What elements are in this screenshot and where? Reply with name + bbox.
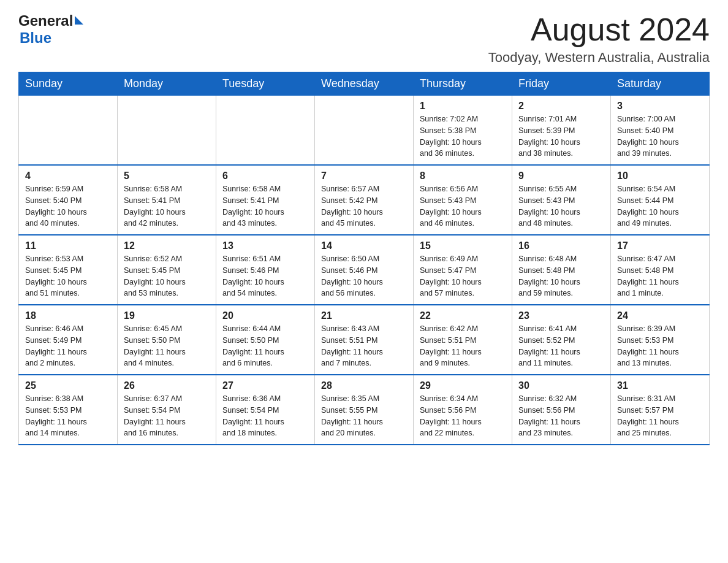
day-info: Sunrise: 6:58 AMSunset: 5:41 PMDaylight:… (124, 183, 210, 229)
weekday-header-friday: Friday (512, 72, 611, 96)
calendar-week-row: 18Sunrise: 6:46 AMSunset: 5:49 PMDayligh… (19, 305, 710, 375)
day-number: 23 (518, 310, 604, 321)
calendar-cell: 28Sunrise: 6:35 AMSunset: 5:55 PMDayligh… (315, 375, 414, 445)
calendar-cell: 14Sunrise: 6:50 AMSunset: 5:46 PMDayligh… (315, 235, 414, 305)
day-info: Sunrise: 6:56 AMSunset: 5:43 PMDaylight:… (420, 183, 506, 229)
weekday-header-monday: Monday (118, 72, 216, 96)
calendar-cell: 4Sunrise: 6:59 AMSunset: 5:40 PMDaylight… (19, 165, 118, 235)
day-number: 19 (124, 310, 210, 321)
day-info: Sunrise: 7:02 AMSunset: 5:38 PMDaylight:… (420, 113, 506, 159)
day-info: Sunrise: 6:54 AMSunset: 5:44 PMDaylight:… (617, 183, 703, 229)
day-info: Sunrise: 6:43 AMSunset: 5:51 PMDaylight:… (321, 323, 407, 369)
day-number: 31 (617, 380, 703, 391)
day-number: 25 (25, 380, 111, 391)
calendar-cell: 16Sunrise: 6:48 AMSunset: 5:48 PMDayligh… (512, 235, 611, 305)
month-title: August 2024 (488, 12, 710, 47)
calendar-cell (118, 96, 216, 166)
day-number: 13 (222, 240, 308, 251)
day-number: 8 (420, 170, 506, 182)
calendar-cell: 18Sunrise: 6:46 AMSunset: 5:49 PMDayligh… (19, 305, 118, 375)
weekday-header-tuesday: Tuesday (216, 72, 315, 96)
day-info: Sunrise: 6:59 AMSunset: 5:40 PMDaylight:… (25, 183, 111, 229)
day-number: 28 (321, 380, 407, 391)
calendar-week-row: 1Sunrise: 7:02 AMSunset: 5:38 PMDaylight… (19, 96, 710, 166)
calendar-header-row: SundayMondayTuesdayWednesdayThursdayFrid… (19, 72, 710, 96)
calendar-cell: 2Sunrise: 7:01 AMSunset: 5:39 PMDaylight… (512, 96, 611, 166)
logo-general-text: General (18, 12, 73, 29)
title-block: August 2024 Toodyay, Western Australia, … (488, 12, 710, 66)
calendar-cell: 6Sunrise: 6:58 AMSunset: 5:41 PMDaylight… (216, 165, 315, 235)
calendar-cell: 13Sunrise: 6:51 AMSunset: 5:46 PMDayligh… (216, 235, 315, 305)
day-number: 20 (222, 310, 308, 321)
day-info: Sunrise: 6:48 AMSunset: 5:48 PMDaylight:… (518, 253, 604, 299)
calendar-cell (315, 96, 414, 166)
calendar-cell: 10Sunrise: 6:54 AMSunset: 5:44 PMDayligh… (611, 165, 710, 235)
page-header: General Blue August 2024 Toodyay, Wester… (18, 12, 710, 66)
calendar-cell: 24Sunrise: 6:39 AMSunset: 5:53 PMDayligh… (611, 305, 710, 375)
calendar-cell: 31Sunrise: 6:31 AMSunset: 5:57 PMDayligh… (611, 375, 710, 445)
day-info: Sunrise: 6:52 AMSunset: 5:45 PMDaylight:… (124, 253, 210, 299)
day-number: 12 (124, 240, 210, 251)
day-number: 18 (25, 310, 111, 321)
weekday-header-wednesday: Wednesday (315, 72, 414, 96)
calendar-cell: 7Sunrise: 6:57 AMSunset: 5:42 PMDaylight… (315, 165, 414, 235)
day-number: 24 (617, 310, 703, 321)
calendar-cell: 30Sunrise: 6:32 AMSunset: 5:56 PMDayligh… (512, 375, 611, 445)
calendar-cell (216, 96, 315, 166)
calendar-cell: 21Sunrise: 6:43 AMSunset: 5:51 PMDayligh… (315, 305, 414, 375)
day-number: 16 (518, 240, 604, 251)
calendar-cell: 8Sunrise: 6:56 AMSunset: 5:43 PMDaylight… (414, 165, 512, 235)
calendar-cell: 5Sunrise: 6:58 AMSunset: 5:41 PMDaylight… (118, 165, 216, 235)
day-info: Sunrise: 6:31 AMSunset: 5:57 PMDaylight:… (617, 393, 703, 439)
day-info: Sunrise: 6:57 AMSunset: 5:42 PMDaylight:… (321, 183, 407, 229)
day-info: Sunrise: 7:01 AMSunset: 5:39 PMDaylight:… (518, 113, 604, 159)
day-info: Sunrise: 6:37 AMSunset: 5:54 PMDaylight:… (124, 393, 210, 439)
day-number: 7 (321, 170, 407, 182)
calendar-week-row: 4Sunrise: 6:59 AMSunset: 5:40 PMDaylight… (19, 165, 710, 235)
day-number: 27 (222, 380, 308, 391)
day-info: Sunrise: 6:44 AMSunset: 5:50 PMDaylight:… (222, 323, 308, 369)
calendar-cell: 26Sunrise: 6:37 AMSunset: 5:54 PMDayligh… (118, 375, 216, 445)
calendar-cell: 27Sunrise: 6:36 AMSunset: 5:54 PMDayligh… (216, 375, 315, 445)
logo-triangle-icon (75, 16, 83, 25)
day-info: Sunrise: 7:00 AMSunset: 5:40 PMDaylight:… (617, 113, 703, 159)
day-number: 21 (321, 310, 407, 321)
day-info: Sunrise: 6:45 AMSunset: 5:50 PMDaylight:… (124, 323, 210, 369)
day-info: Sunrise: 6:55 AMSunset: 5:43 PMDaylight:… (518, 183, 604, 229)
calendar-cell: 23Sunrise: 6:41 AMSunset: 5:52 PMDayligh… (512, 305, 611, 375)
day-number: 29 (420, 380, 506, 391)
day-info: Sunrise: 6:32 AMSunset: 5:56 PMDaylight:… (518, 393, 604, 439)
weekday-header-thursday: Thursday (414, 72, 512, 96)
day-info: Sunrise: 6:51 AMSunset: 5:46 PMDaylight:… (222, 253, 308, 299)
day-number: 17 (617, 240, 703, 251)
calendar-cell: 9Sunrise: 6:55 AMSunset: 5:43 PMDaylight… (512, 165, 611, 235)
calendar-table: SundayMondayTuesdayWednesdayThursdayFrid… (18, 72, 710, 445)
day-number: 1 (420, 101, 506, 112)
day-number: 3 (617, 101, 703, 112)
calendar-cell: 29Sunrise: 6:34 AMSunset: 5:56 PMDayligh… (414, 375, 512, 445)
calendar-cell: 1Sunrise: 7:02 AMSunset: 5:38 PMDaylight… (414, 96, 512, 166)
day-number: 9 (518, 170, 604, 182)
day-info: Sunrise: 6:46 AMSunset: 5:49 PMDaylight:… (25, 323, 111, 369)
day-number: 14 (321, 240, 407, 251)
weekday-header-saturday: Saturday (611, 72, 710, 96)
day-info: Sunrise: 6:38 AMSunset: 5:53 PMDaylight:… (25, 393, 111, 439)
calendar-cell: 19Sunrise: 6:45 AMSunset: 5:50 PMDayligh… (118, 305, 216, 375)
day-number: 4 (25, 170, 111, 182)
day-number: 10 (617, 170, 703, 182)
calendar-week-row: 25Sunrise: 6:38 AMSunset: 5:53 PMDayligh… (19, 375, 710, 445)
day-info: Sunrise: 6:50 AMSunset: 5:46 PMDaylight:… (321, 253, 407, 299)
day-info: Sunrise: 6:34 AMSunset: 5:56 PMDaylight:… (420, 393, 506, 439)
calendar-cell: 12Sunrise: 6:52 AMSunset: 5:45 PMDayligh… (118, 235, 216, 305)
day-info: Sunrise: 6:47 AMSunset: 5:48 PMDaylight:… (617, 253, 703, 299)
day-info: Sunrise: 6:41 AMSunset: 5:52 PMDaylight:… (518, 323, 604, 369)
day-number: 26 (124, 380, 210, 391)
day-info: Sunrise: 6:58 AMSunset: 5:41 PMDaylight:… (222, 183, 308, 229)
day-number: 30 (518, 380, 604, 391)
day-info: Sunrise: 6:53 AMSunset: 5:45 PMDaylight:… (25, 253, 111, 299)
calendar-week-row: 11Sunrise: 6:53 AMSunset: 5:45 PMDayligh… (19, 235, 710, 305)
logo: General Blue (18, 12, 83, 47)
calendar-cell: 11Sunrise: 6:53 AMSunset: 5:45 PMDayligh… (19, 235, 118, 305)
calendar-cell: 20Sunrise: 6:44 AMSunset: 5:50 PMDayligh… (216, 305, 315, 375)
calendar-cell (19, 96, 118, 166)
